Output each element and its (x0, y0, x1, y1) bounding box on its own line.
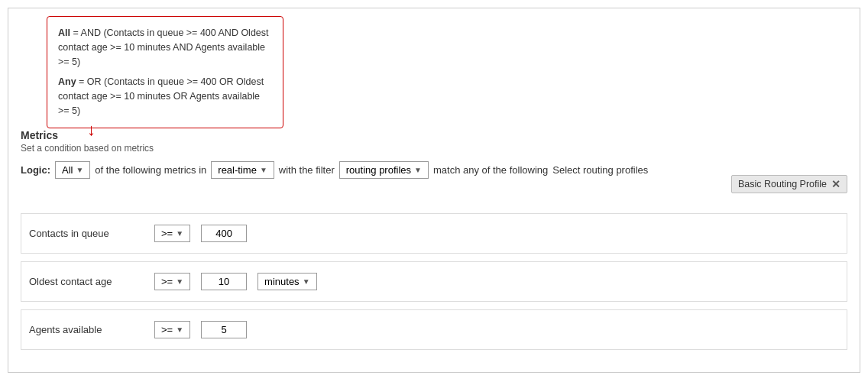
profile-tag-name: Basic Routing Profile (738, 179, 827, 189)
profile-tag: Basic Routing Profile ✕ (731, 175, 847, 193)
tooltip-any-text: = OR (Contacts in queue >= 400 OR Oldest… (58, 76, 264, 116)
text-with-filter: with the filter (279, 164, 335, 176)
agents-operator-dropdown[interactable]: >= ▼ (154, 321, 190, 338)
oldest-unit-dropdown[interactable]: minutes ▼ (257, 273, 316, 290)
logic-value: All (62, 164, 73, 176)
agents-value-input[interactable] (201, 321, 247, 338)
red-arrow-icon: ↓ (87, 121, 96, 138)
metrics-section: Metrics Set a condition based on metrics… (21, 129, 847, 186)
realtime-dropdown[interactable]: real-time ▼ (211, 161, 274, 179)
text-of-following-metrics: of the following metrics in (95, 164, 206, 176)
logic-label: Logic: (21, 164, 50, 176)
realtime-dropdown-arrow-icon: ▼ (260, 166, 267, 174)
oldest-operator-dropdown[interactable]: >= ▼ (154, 273, 190, 290)
contacts-operator-value: >= (161, 228, 173, 239)
logic-dropdown-arrow-icon: ▼ (76, 166, 83, 174)
metrics-subtitle: Set a condition based on metrics (21, 143, 847, 154)
main-panel: All = AND (Contacts in queue >= 400 AND … (8, 8, 860, 373)
select-routing-profiles-label: Select routing profiles (552, 164, 648, 176)
routing-profiles-area: Basic Routing Profile ✕ (731, 175, 847, 193)
metric-name-agents-available: Agents available (29, 324, 144, 335)
tooltip-any-bold: Any (58, 76, 76, 87)
tooltip-line2: Any = OR (Contacts in queue >= 400 OR Ol… (58, 75, 272, 118)
metric-row: Oldest contact age >= ▼ minutes ▼ (21, 261, 847, 302)
tooltip-all-text: = AND (Contacts in queue >= 400 AND Olde… (58, 28, 269, 67)
logic-dropdown[interactable]: All ▼ (55, 161, 90, 179)
oldest-value-input[interactable] (201, 273, 247, 290)
metrics-title: Metrics (21, 129, 847, 141)
contacts-operator-dropdown[interactable]: >= ▼ (154, 225, 190, 242)
logic-row: Logic: All ▼ of the following metrics in… (21, 161, 847, 179)
metric-row: Contacts in queue >= ▼ (21, 213, 847, 254)
metric-name-contacts-in-queue: Contacts in queue (29, 228, 144, 239)
filter-dropdown[interactable]: routing profiles ▼ (339, 161, 429, 179)
oldest-unit-arrow-icon: ▼ (303, 277, 310, 286)
agents-operator-value: >= (161, 324, 173, 335)
profile-tag-close-button[interactable]: ✕ (831, 178, 840, 190)
oldest-unit-value: minutes (264, 276, 300, 287)
agents-operator-arrow-icon: ▼ (176, 325, 183, 334)
tooltip-line1: All = AND (Contacts in queue >= 400 AND … (58, 26, 272, 69)
contacts-operator-arrow-icon: ▼ (176, 229, 183, 238)
filter-value: routing profiles (346, 164, 411, 176)
tooltip-all-bold: All (58, 28, 70, 38)
contacts-value-input[interactable] (201, 225, 247, 242)
realtime-value: real-time (218, 164, 257, 176)
oldest-operator-arrow-icon: ▼ (176, 277, 183, 286)
metric-rows-container: Contacts in queue >= ▼ Oldest contact ag… (21, 213, 847, 358)
oldest-operator-value: >= (161, 276, 173, 287)
filter-dropdown-arrow-icon: ▼ (414, 166, 422, 174)
metric-row: Agents available >= ▼ (21, 309, 847, 350)
tooltip-box: All = AND (Contacts in queue >= 400 AND … (47, 16, 283, 128)
metric-name-oldest-contact-age: Oldest contact age (29, 276, 144, 287)
text-match-any: match any of the following (433, 164, 548, 176)
